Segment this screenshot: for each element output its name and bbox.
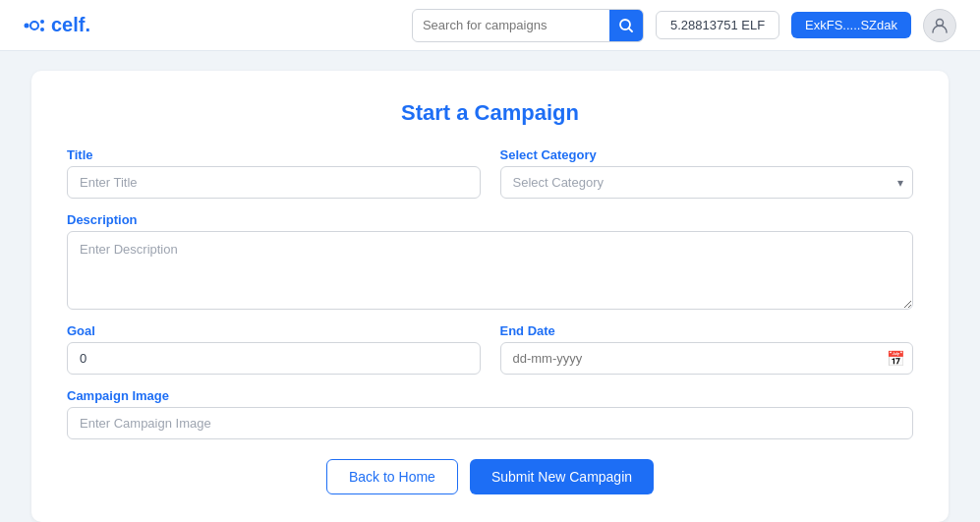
logo-icon <box>24 17 45 34</box>
title-label: Title <box>67 147 481 162</box>
goal-label: Goal <box>67 323 481 338</box>
end-date-input[interactable] <box>500 342 914 375</box>
page-title: Start a Campaign <box>67 100 913 126</box>
user-icon <box>931 17 949 34</box>
campaign-form-card: Start a Campaign Title Select Category S… <box>31 71 949 522</box>
svg-line-5 <box>629 28 632 30</box>
form-actions: Back to Home Submit New Campagin <box>67 459 913 494</box>
row-title-category: Title Select Category Select Category ▾ <box>67 147 913 199</box>
row-campaign-image: Campaign Image <box>67 388 913 439</box>
title-input[interactable] <box>67 166 481 199</box>
campaign-image-group: Campaign Image <box>67 388 913 439</box>
balance-button[interactable]: 5.28813751 ELF <box>656 11 779 39</box>
campaign-image-input[interactable] <box>67 407 913 439</box>
campaign-image-label: Campaign Image <box>67 388 913 403</box>
submit-campaign-button[interactable]: Submit New Campagin <box>470 459 654 494</box>
logo-text: celf. <box>51 14 90 36</box>
back-to-home-button[interactable]: Back to Home <box>326 459 458 494</box>
logo: celf. <box>24 14 90 36</box>
svg-point-3 <box>40 28 44 31</box>
end-date-label: End Date <box>500 323 914 338</box>
wallet-button[interactable]: ExkFS.....SZdak <box>791 12 911 38</box>
description-textarea[interactable] <box>67 231 913 310</box>
svg-point-1 <box>30 22 38 29</box>
search-input[interactable] <box>413 18 609 32</box>
category-select-wrapper: Select Category ▾ <box>500 166 914 199</box>
category-select[interactable]: Select Category <box>500 166 914 199</box>
row-description: Description <box>67 212 913 310</box>
svg-point-0 <box>25 23 29 28</box>
goal-input[interactable] <box>67 342 481 375</box>
search-button[interactable] <box>609 9 643 42</box>
svg-point-2 <box>40 20 44 24</box>
category-label: Select Category <box>500 147 914 162</box>
header: celf. 5.28813751 ELF ExkFS.....SZdak <box>0 0 980 51</box>
category-group: Select Category Select Category ▾ <box>500 147 914 199</box>
main-content: Start a Campaign Title Select Category S… <box>0 51 980 522</box>
description-group: Description <box>67 212 913 310</box>
search-icon <box>619 19 633 32</box>
end-date-wrapper: 📅 <box>500 342 914 375</box>
search-container <box>412 9 644 42</box>
end-date-group: End Date 📅 <box>500 323 914 375</box>
description-label: Description <box>67 212 913 227</box>
goal-group: Goal <box>67 323 481 375</box>
row-goal-enddate: Goal End Date 📅 <box>67 323 913 375</box>
avatar-button[interactable] <box>923 9 956 42</box>
title-group: Title <box>67 147 481 199</box>
